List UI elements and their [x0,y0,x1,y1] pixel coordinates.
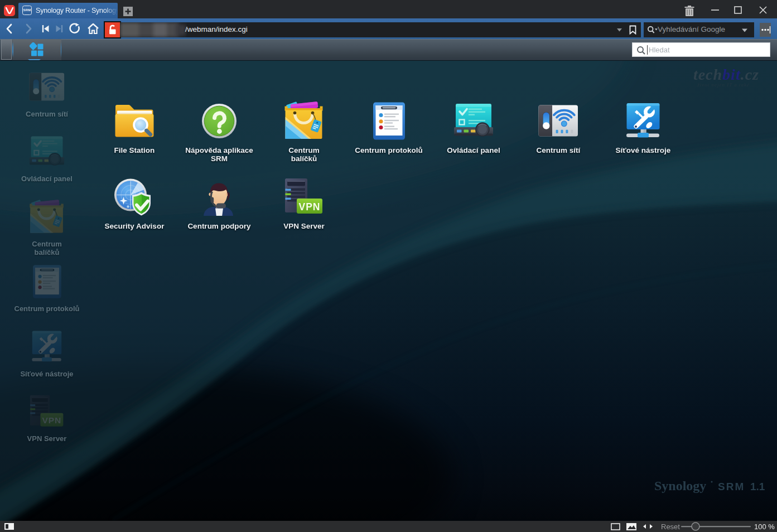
svg-text:1.1: 1.1 [750,481,765,492]
svg-text:100 %: 100 % [754,523,775,531]
svg-text:Reset: Reset [661,523,680,531]
svg-text:SRM: SRM [718,481,745,492]
svg-text:Synology: Synology [654,478,706,493]
